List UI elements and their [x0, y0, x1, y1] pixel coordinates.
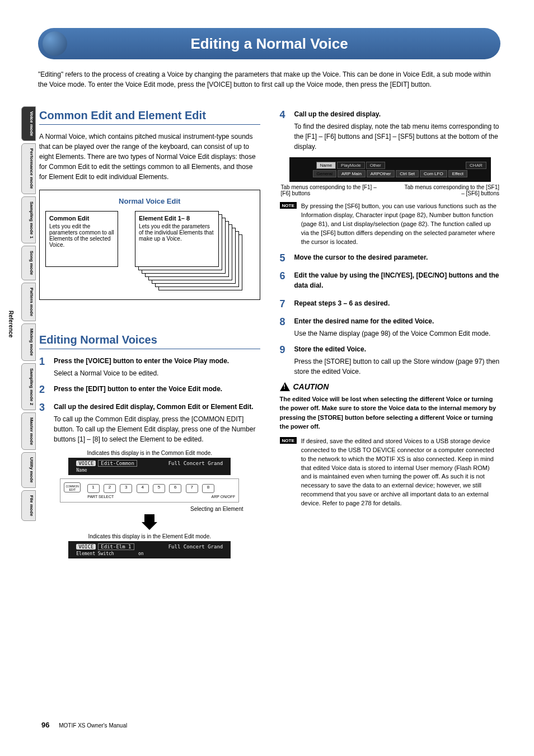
tab-arp-other[interactable]: ARPOther: [367, 170, 395, 177]
tab-playmode[interactable]: PlayMode: [337, 162, 365, 169]
step-1-body: Select a Normal Voice to be edited.: [54, 368, 260, 378]
lcd-element-edit: VOICE Edit-Elm 1 Full Concert Grand Elem…: [65, 541, 233, 558]
tab-com-lfo[interactable]: Com LFO: [420, 170, 447, 177]
page-number: 96: [41, 721, 49, 729]
step-1-number: 1: [39, 356, 49, 378]
sidebar-tab-utility[interactable]: Utility mode: [21, 452, 36, 488]
step-5: 5 Move the cursor to the desired paramet…: [280, 252, 501, 265]
caution-label: CAUTION: [293, 382, 329, 391]
number-button-6[interactable]: 6: [169, 484, 181, 493]
page-title-bar: Editing a Normal Voice: [38, 28, 500, 59]
tab-char[interactable]: CHAR: [466, 162, 486, 169]
common-edit-box: Common Edit Lets you edit the parameters…: [45, 211, 118, 267]
lcd1-voice: VOICE: [76, 461, 96, 466]
lcd-common-edit: VOICE Edit-Common Full Concert Grand Nam…: [65, 458, 233, 475]
element-edit-box-text: Lets you edit the parameters of the indi…: [139, 223, 215, 242]
step-4-title: Call up the desired display.: [294, 109, 501, 119]
tab-general[interactable]: General: [313, 170, 336, 177]
lcd2-edit-elm: Edit-Elm 1: [98, 543, 134, 550]
number-button-1[interactable]: 1: [87, 484, 100, 493]
reference-label: Reference: [8, 311, 14, 337]
step-5-number: 5: [280, 252, 290, 265]
tab-name[interactable]: Name: [316, 162, 336, 169]
number-button-8[interactable]: 8: [202, 484, 214, 493]
note-sf6: NOTE By pressing the [SF6] button, you c…: [280, 202, 501, 247]
note-badge-icon-2: NOTE: [280, 437, 297, 444]
step-1-title: Press the [VOICE] button to enter the Vo…: [54, 356, 260, 366]
sidebar-tab-song[interactable]: Song mode: [21, 246, 36, 280]
label-part-select: PART SELECT: [87, 495, 114, 499]
step-8-body: Use the Name display (page 98) of the Vo…: [294, 328, 501, 339]
lcd2-preset-name: Full Concert Grand: [168, 544, 223, 550]
note-usb-text: If desired, save the edited and stored V…: [301, 437, 500, 509]
sidebar-tab-voice[interactable]: Voice mode: [21, 106, 36, 141]
step-9-body: Press the [STORE] button to call up the …: [294, 356, 501, 377]
lcd-tabs-display: Name PlayMode Other CHAR General ARP Mai…: [289, 157, 491, 182]
step-6-title: Edit the value by using the [INC/YES], […: [294, 270, 501, 290]
step-4-body: To find the desired display, note the ta…: [294, 121, 501, 152]
step-8: 8 Enter the desired name for the edited …: [280, 316, 501, 339]
label-selecting-element: Selecting an Element: [39, 506, 243, 512]
tab-arp-main[interactable]: ARP Main: [338, 170, 366, 177]
step-7-number: 7: [280, 298, 290, 311]
right-column: 4 Call up the desired display. To find t…: [280, 109, 501, 558]
arrow-down-tri-icon: [142, 522, 157, 530]
step-7-title: Repeat steps 3 – 6 as desired.: [294, 298, 501, 308]
lcd2-on: on: [138, 551, 144, 556]
normal-voice-edit-diagram: Normal Voice Edit Common Edit Lets you e…: [39, 190, 260, 300]
number-button-3[interactable]: 3: [120, 484, 132, 493]
step-3-body: To call up the Common Edit display, pres…: [54, 414, 260, 444]
lcd1-preset-name: Full Concert Grand: [168, 461, 223, 466]
sidebar: Voice mode Performance mode Sampling mod…: [21, 106, 36, 523]
common-edit-box-text: Lets you edit the parameters common to a…: [49, 223, 114, 248]
diagram-title: Normal Voice Edit: [45, 197, 254, 205]
label-f1-f6: Tab menus corresponding to the [F1] – [F…: [281, 184, 380, 196]
step-9: 9 Store the edited Voice. Press the [STO…: [280, 344, 501, 377]
label-sf1-sf6: Tab menus corresponding to the [SF1] – […: [401, 184, 499, 196]
step-2-title: Press the [EDIT] button to enter the Voi…: [54, 384, 260, 394]
sidebar-tab-performance[interactable]: Performance mode: [21, 143, 36, 194]
caption-common-edit-mode: Indicates this display is in the Common …: [39, 450, 260, 456]
left-column: Common Edit and Element Edit A Normal Vo…: [39, 109, 260, 558]
step-3: 3 Call up the desired Edit display, Comm…: [39, 402, 260, 444]
note-badge-icon: NOTE: [280, 202, 297, 209]
footer: 96 MOTIF XS Owner's Manual: [41, 721, 127, 729]
lcd1-row2: Name: [76, 468, 223, 473]
lcd2-element-switch: Element Switch: [76, 551, 114, 556]
step-9-number: 9: [280, 344, 290, 377]
sidebar-tab-mixing[interactable]: Mixing mode: [21, 323, 36, 361]
sidebar-tab-sampling1[interactable]: Sampling mode 1: [21, 196, 36, 243]
caution-text: The edited Voice will be lost when selec…: [280, 395, 501, 431]
arrow-down-icon: [144, 514, 154, 522]
number-button-5[interactable]: 5: [153, 484, 165, 493]
manual-title: MOTIF XS Owner's Manual: [59, 722, 127, 729]
sidebar-tab-master[interactable]: Master mode: [21, 412, 36, 450]
step-1: 1 Press the [VOICE] button to enter the …: [39, 356, 260, 378]
caption-element-edit-mode: Indicates this display is in the Element…: [39, 533, 260, 539]
number-button-7[interactable]: 7: [186, 484, 198, 493]
number-button-2[interactable]: 2: [104, 484, 116, 493]
label-arp-onoff: ARP ON/OFF: [212, 495, 236, 499]
common-edit-button[interactable]: COMMON EDIT: [64, 482, 81, 492]
sidebar-tab-sampling2[interactable]: Sampling mode 2: [21, 363, 36, 410]
step-7: 7 Repeat steps 3 – 6 as desired.: [280, 298, 501, 311]
tab-effect[interactable]: Effect: [448, 170, 467, 177]
sidebar-tab-file[interactable]: File mode: [21, 490, 36, 521]
step-2: 2 Press the [EDIT] button to enter the V…: [39, 384, 260, 396]
step-6: 6 Edit the value by using the [INC/YES],…: [280, 270, 501, 293]
step-3-title: Call up the desired Edit display, Common…: [54, 402, 260, 412]
page-title: Editing a Normal Voice: [190, 35, 348, 53]
common-edit-box-title: Common Edit: [49, 215, 114, 222]
step-6-number: 6: [280, 270, 290, 293]
note-sf6-text: By pressing the [SF6] button, you can us…: [301, 202, 500, 247]
number-button-4[interactable]: 4: [137, 484, 149, 493]
tab-other[interactable]: Other: [366, 162, 385, 169]
caution-heading: CAUTION: [280, 382, 501, 391]
step-5-title: Move the cursor to the desired parameter…: [294, 252, 501, 262]
common-edit-description: A Normal Voice, which contains pitched m…: [39, 132, 260, 182]
sidebar-tab-pattern[interactable]: Pattern mode: [21, 283, 36, 321]
tab-ctrl-set[interactable]: Ctrl Set: [396, 170, 419, 177]
button-row: COMMON EDIT 1 2 3 4 5 6 7 8 PART SELECT …: [60, 478, 239, 503]
step-9-title: Store the edited Voice.: [294, 344, 501, 354]
step-3-number: 3: [39, 402, 49, 444]
